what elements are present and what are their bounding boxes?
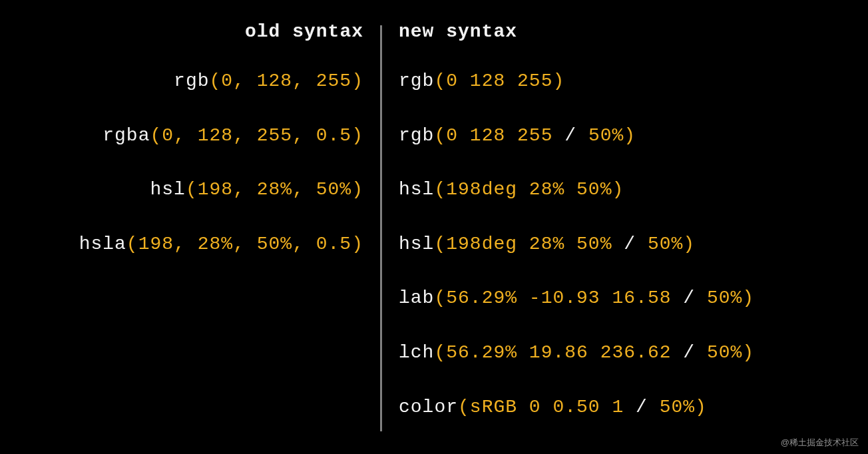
value: 0	[162, 125, 174, 146]
value: 128	[198, 125, 233, 146]
open-paren: (	[434, 342, 446, 363]
comparison-table: old syntax rgb(0, 128, 255)rgba(0, 128, …	[0, 0, 868, 454]
close-paren: )	[683, 234, 695, 254]
open-paren: (	[434, 288, 446, 308]
function-name: rgb	[399, 125, 434, 146]
close-paren: )	[351, 234, 363, 254]
slash-operator: /	[564, 125, 576, 146]
old-row: rgb(0, 128, 255)	[79, 70, 363, 93]
value: 50%	[576, 125, 624, 146]
old-row: hsl(198, 28%, 50%)	[79, 178, 363, 201]
close-paren: )	[742, 288, 754, 308]
new-syntax-column: new syntax rgb(0 128 255)rgb(0 128 255 /…	[382, 13, 868, 434]
value: 198	[198, 179, 233, 200]
separator: ,	[233, 179, 257, 200]
close-paren: )	[351, 71, 363, 91]
value: 0.5	[316, 125, 351, 146]
function-name: hsl	[399, 234, 434, 254]
separator: ,	[174, 125, 198, 146]
new-row: hsl(198deg 28% 50% / 50%)	[399, 233, 754, 256]
close-paren: )	[351, 125, 363, 146]
value: 0.5	[316, 234, 351, 254]
slash-operator: /	[683, 288, 695, 308]
close-paren: )	[742, 342, 754, 363]
function-name: lab	[399, 288, 434, 308]
value: 198	[138, 234, 174, 254]
open-paren: (	[126, 234, 138, 254]
function-name: hsl	[399, 179, 434, 200]
function-name: hsla	[79, 234, 126, 254]
value: 56.29% 19.86 236.62	[446, 342, 683, 363]
open-paren: (	[210, 71, 222, 91]
function-name: color	[399, 397, 458, 417]
new-syntax-heading: new syntax	[399, 21, 517, 42]
new-row: rgb(0 128 255 / 50%)	[399, 124, 754, 147]
slash-operator: /	[636, 397, 648, 417]
new-row: lab(56.29% -10.93 16.58 / 50%)	[399, 287, 754, 310]
function-name: rgb	[174, 71, 209, 91]
close-paren: )	[552, 71, 564, 91]
function-name: rgb	[399, 71, 434, 91]
separator: ,	[292, 179, 316, 200]
slash-operator: /	[624, 234, 636, 254]
value: 28%	[198, 234, 233, 254]
value: 56.29% -10.93 16.58	[446, 288, 683, 308]
slash-operator: /	[683, 342, 695, 363]
open-paren: (	[434, 234, 446, 254]
new-row: lch(56.29% 19.86 236.62 / 50%)	[399, 341, 754, 364]
value: 255	[257, 125, 292, 146]
separator: ,	[174, 234, 198, 254]
value: 255	[316, 71, 351, 91]
separator: ,	[292, 125, 316, 146]
open-paren: (	[150, 125, 162, 146]
separator: ,	[292, 234, 316, 254]
new-row: hsl(198deg 28% 50%)	[399, 178, 754, 201]
close-paren: )	[351, 179, 363, 200]
new-rows: rgb(0 128 255)rgb(0 128 255 / 50%)hsl(19…	[399, 70, 754, 450]
separator: ,	[233, 71, 257, 91]
value: 0 128 255	[446, 125, 564, 146]
old-row: rgba(0, 128, 255, 0.5)	[79, 124, 363, 147]
value: 50%	[636, 234, 683, 254]
function-name: hsl	[150, 179, 185, 200]
value: 198deg 28% 50%	[446, 179, 612, 200]
value: 50%	[648, 397, 695, 417]
open-paren: (	[434, 71, 446, 91]
close-paren: )	[612, 179, 624, 200]
value: 50%	[695, 288, 742, 308]
value: 0	[221, 71, 233, 91]
value: sRGB 0 0.50 1	[470, 397, 636, 417]
open-paren: (	[434, 179, 446, 200]
close-paren: )	[695, 397, 707, 417]
value: 0 128 255	[446, 71, 552, 91]
open-paren: (	[434, 125, 446, 146]
new-row: color(sRGB 0 0.50 1 / 50%)	[399, 396, 754, 419]
old-syntax-heading: old syntax	[245, 21, 363, 42]
open-paren: (	[186, 179, 198, 200]
separator: ,	[233, 125, 257, 146]
old-rows: rgb(0, 128, 255)rgba(0, 128, 255, 0.5)hs…	[79, 70, 363, 287]
value: 28%	[257, 179, 292, 200]
close-paren: )	[624, 125, 636, 146]
value: 50%	[316, 179, 351, 200]
separator: ,	[292, 71, 316, 91]
function-name: rgba	[103, 125, 150, 146]
value: 128	[257, 71, 292, 91]
new-row: rgb(0 128 255)	[399, 70, 754, 93]
function-name: lch	[399, 342, 434, 363]
old-row: hsla(198, 28%, 50%, 0.5)	[79, 233, 363, 256]
separator: ,	[233, 234, 257, 254]
value: 50%	[695, 342, 742, 363]
watermark: @稀土掘金技术社区	[781, 437, 859, 449]
old-syntax-column: old syntax rgb(0, 128, 255)rgba(0, 128, …	[0, 13, 380, 434]
open-paren: (	[458, 397, 470, 417]
value: 50%	[257, 234, 292, 254]
value: 198deg 28% 50%	[446, 234, 624, 254]
